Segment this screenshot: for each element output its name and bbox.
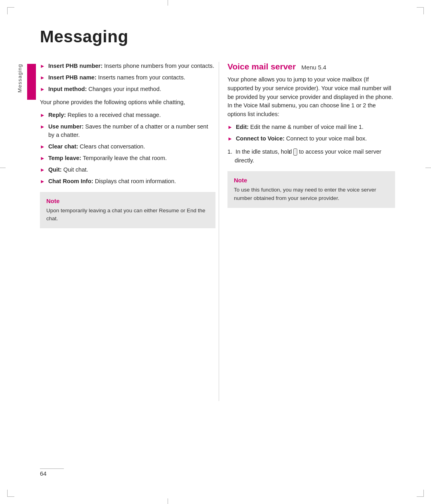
bullet-connect-to-voice: ► Connect to Voice: Connect to your voic…: [227, 134, 395, 143]
bullet-chat-room-info-text: Chat Room Info: Displays chat room infor…: [48, 177, 176, 186]
arrow-icon-2: ►: [40, 74, 45, 82]
arrow-icon-reply: ►: [40, 112, 45, 119]
arrow-icon-temp-leave: ►: [40, 155, 45, 162]
arrow-icon-1: ►: [40, 63, 45, 70]
tick-bottom-mid: [168, 498, 168, 504]
key-icon-1: 1​: [293, 148, 297, 156]
bullet-input-method: ► Input method: Changes your input metho…: [40, 85, 216, 93]
bullet-insert-phb-name: ► Insert PHB name: Inserts names from yo…: [40, 73, 216, 82]
bullet-quit: ► Quit: Quit chat.: [40, 166, 216, 174]
left-note-box: Note Upon temporarily leaving a chat you…: [40, 192, 216, 229]
voice-mail-server-heading: Voice mail server Menu 5.4: [227, 62, 395, 71]
arrow-icon-edit: ►: [227, 124, 233, 131]
tick-top-mid: [168, 0, 168, 6]
bullet-reply-text: Reply: Replies to a received chat messag…: [48, 111, 161, 119]
corner-mark-br: [417, 490, 424, 497]
arrow-icon-3: ►: [40, 86, 45, 93]
page-title: Messaging: [40, 27, 129, 46]
bullet-temp-leave: ► Temp leave: Temporarily leave the chat…: [40, 154, 216, 162]
left-column: ► Insert PHB number: Inserts phone numbe…: [40, 62, 216, 228]
right-column: Voice mail server Menu 5.4 Your phone al…: [227, 62, 395, 208]
bullet-quit-text: Quit: Quit chat.: [48, 166, 88, 174]
bullet-use-number-text: Use number: Saves the number of a chatte…: [48, 123, 216, 139]
sidebar-label: Messaging: [17, 64, 23, 93]
corner-mark-tl: [7, 7, 14, 14]
corner-mark-bl: [7, 490, 14, 497]
bullet-temp-leave-text: Temp leave: Temporarily leave the chat r…: [48, 154, 167, 162]
bullet-insert-phb-name-text: Insert PHB name: Inserts names from your…: [48, 73, 185, 82]
left-note-text: Upon temporarily leaving a chat you can …: [46, 207, 209, 223]
bullet-use-number: ► Use number: Saves the number of a chat…: [40, 123, 216, 139]
voice-mail-server-title: Voice mail server: [227, 62, 296, 71]
voice-mail-bullets: ► Edit: Edit the name & number of voice …: [227, 123, 395, 143]
bullet-clear-chat-text: Clear chat: Clears chat conversation.: [48, 142, 145, 151]
right-note-title: Note: [234, 177, 389, 184]
right-note-box: Note To use this function, you may need …: [227, 171, 395, 208]
bullet-insert-phb-number: ► Insert PHB number: Inserts phone numbe…: [40, 62, 216, 70]
arrow-icon-quit: ►: [40, 166, 45, 174]
corner-mark-tr: [417, 7, 424, 14]
bullet-insert-phb-number-text: Insert PHB number: Inserts phone numbers…: [48, 62, 214, 70]
intro-bullets: ► Insert PHB number: Inserts phone numbe…: [40, 62, 216, 93]
bottom-rule: [40, 468, 64, 469]
arrow-icon-connect: ►: [227, 135, 233, 143]
chat-bullets: ► Reply: Replies to a received chat mess…: [40, 111, 216, 186]
arrow-icon-chat-room-info: ►: [40, 178, 45, 186]
bullet-reply: ► Reply: Replies to a received chat mess…: [40, 111, 216, 119]
bullet-clear-chat: ► Clear chat: Clears chat conversation.: [40, 142, 216, 151]
intro-paragraph: Your phone provides the following option…: [40, 98, 216, 107]
pink-accent-bar: [27, 64, 36, 100]
bullet-connect-to-voice-text: Connect to Voice: Connect to your voice …: [236, 134, 367, 143]
bullet-input-method-text: Input method: Changes your input method.: [48, 85, 161, 93]
voice-mail-intro: Your phone allows you to jump to your vo…: [227, 75, 395, 119]
right-note-text: To use this function, you may need to en…: [234, 186, 389, 202]
left-note-title: Note: [46, 198, 209, 204]
arrow-icon-clear-chat: ►: [40, 143, 45, 151]
numbered-item-1: 1. In the idle status, hold 1​ to access…: [227, 148, 395, 165]
arrow-icon-use-number: ►: [40, 123, 45, 131]
bullet-edit-text: Edit: Edit the name & number of voice ma…: [236, 123, 364, 131]
bullet-edit: ► Edit: Edit the name & number of voice …: [227, 123, 395, 131]
page-number: 64: [40, 470, 47, 477]
menu-label: Menu 5.4: [301, 64, 326, 71]
column-divider: [219, 62, 219, 401]
tick-left-mid: [0, 168, 6, 168]
bullet-chat-room-info: ► Chat Room Info: Displays chat room inf…: [40, 177, 216, 186]
tick-right-mid: [425, 168, 431, 168]
